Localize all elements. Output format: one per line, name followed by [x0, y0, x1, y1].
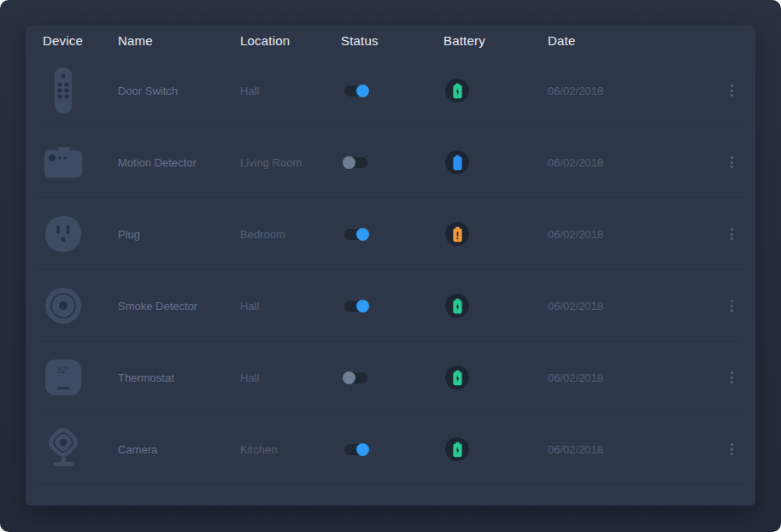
toggle-knob: [343, 371, 355, 384]
camera-icon: [43, 424, 84, 474]
device-name: Motion Detector: [118, 156, 240, 169]
smoke-detector-icon: [43, 281, 84, 330]
thermostat-icon: 32°: [43, 353, 84, 402]
battery-indicator: [445, 79, 469, 102]
device-location: Bedroom: [240, 228, 341, 241]
device-name: Door Switch: [118, 85, 240, 97]
device-location: Hall: [240, 85, 341, 97]
table-row: Smoke Detector Hall 06/02/2018: [26, 270, 755, 342]
motion-detector-icon: [43, 137, 84, 187]
row-menu-button[interactable]: [723, 295, 740, 316]
status-toggle[interactable]: [344, 85, 367, 96]
battery-indicator: [445, 222, 469, 246]
plug-icon: [43, 209, 84, 259]
toggle-knob: [356, 300, 369, 313]
row-menu-button[interactable]: [723, 80, 740, 101]
battery-indicator: [445, 365, 469, 389]
status-toggle[interactable]: [344, 229, 367, 240]
table-row: Door Switch Hall 06/02/2018: [26, 55, 755, 126]
row-menu-button[interactable]: [723, 439, 740, 459]
row-menu-button[interactable]: [723, 152, 740, 172]
table-row: Motion Detector Living Room 06/02/2018: [26, 126, 755, 198]
thermostat-temp-label: 32°: [56, 365, 71, 375]
battery-indicator: [445, 150, 469, 174]
toggle-knob: [343, 156, 355, 169]
row-menu-button[interactable]: [723, 367, 740, 388]
table-row: Camera Kitchen 06/02/2018: [26, 413, 755, 485]
status-toggle[interactable]: [344, 301, 367, 312]
toggle-knob: [356, 85, 369, 97]
device-location: Living Room: [240, 156, 341, 169]
battery-indicator: [445, 294, 469, 318]
column-header-battery: Battery: [443, 33, 548, 48]
status-toggle[interactable]: [344, 444, 367, 455]
device-name: Camera: [118, 443, 240, 456]
device-name: Plug: [118, 228, 240, 241]
battery-indicator: [445, 437, 469, 461]
device-name: Thermostat: [118, 371, 240, 384]
device-location: Hall: [240, 371, 341, 384]
column-header-location: Location: [240, 33, 341, 48]
table-row: 32° Thermostat Hall 06/02/2018: [26, 342, 755, 413]
device-date: 06/02/2018: [548, 228, 702, 241]
column-header-status: Status: [341, 33, 443, 48]
table-row: Plug Bedroom 06/02/2018: [26, 198, 755, 270]
device-date: 06/02/2018: [548, 85, 702, 97]
remote-icon: [43, 66, 84, 115]
device-date: 06/02/2018: [548, 300, 702, 313]
device-date: 06/02/2018: [548, 156, 702, 169]
toggle-knob: [356, 228, 369, 241]
column-header-device: Device: [43, 33, 118, 48]
status-toggle[interactable]: [344, 157, 367, 168]
device-date: 06/02/2018: [548, 443, 702, 456]
column-header-date: Date: [548, 33, 702, 48]
status-toggle[interactable]: [344, 372, 367, 383]
device-table-card: Device Name Location Status Battery Date…: [26, 26, 755, 506]
device-date: 06/02/2018: [548, 371, 702, 384]
app-screen: Device Name Location Status Battery Date…: [0, 0, 781, 532]
device-name: Smoke Detector: [118, 300, 240, 313]
column-header-name: Name: [118, 33, 240, 48]
row-menu-button[interactable]: [723, 224, 740, 244]
table-header-row: Device Name Location Status Battery Date: [26, 26, 755, 55]
device-location: Hall: [240, 300, 341, 313]
device-location: Kitchen: [240, 443, 341, 456]
toggle-knob: [356, 443, 369, 456]
